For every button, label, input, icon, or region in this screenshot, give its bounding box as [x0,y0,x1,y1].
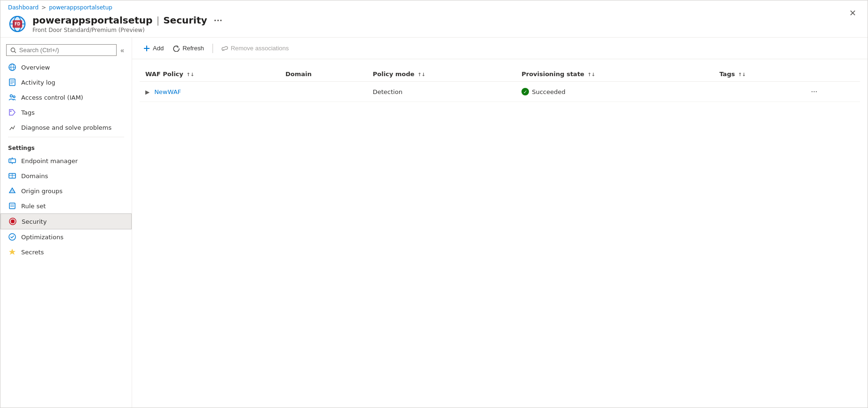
tags-icon [8,108,16,117]
settings-divider [8,137,124,137]
secrets-label: Secrets [21,249,44,256]
svg-text:FD: FD [15,22,20,26]
remove-associations-button[interactable]: Remove associations [218,42,293,54]
row-expand-button[interactable]: ▶ [145,89,150,95]
sidebar-item-endpoint-manager[interactable]: Endpoint manager [0,153,132,168]
access-control-label: Access control (IAM) [21,94,83,101]
search-container: « [0,41,132,60]
table-row: ▶ NewWAF Detection ✓ Succeeded [140,82,860,102]
resource-name: powerappsportalsetup [32,15,152,26]
svg-marker-35 [9,249,16,255]
sidebar-item-diagnose[interactable]: Diagnose and solve problems [0,120,132,135]
provisioning-state-cell: ✓ Succeeded [516,82,714,102]
resource-title: powerappsportalsetup | Security ··· Fron… [32,15,225,33]
refresh-button[interactable]: Refresh [169,42,208,54]
svg-line-7 [15,51,16,53]
domains-icon [8,172,16,180]
resource-subtitle: Front Door Standard/Premium (Preview) [32,27,225,33]
toolbar-separator [213,44,213,53]
security-icon [8,217,17,226]
policy-mode-sort-icon[interactable]: ↑↓ [418,72,426,77]
main-content: Add Refresh Remove associa [132,38,868,408]
access-control-icon [8,93,16,102]
col-header-actions [802,67,860,82]
add-button[interactable]: Add [140,42,167,54]
sidebar-item-activity-log[interactable]: Activity log [0,75,132,90]
provisioning-state-sort-icon[interactable]: ↑↓ [587,72,595,77]
search-input[interactable] [19,47,112,54]
sidebar-item-origin-groups[interactable]: Origin groups [0,183,132,198]
breadcrumb: Dashboard > powerappsportalsetup [0,0,868,13]
sidebar-item-access-control[interactable]: Access control (IAM) [0,90,132,105]
search-icon [10,47,16,54]
col-header-policy-mode: Policy mode ↑↓ [367,67,516,82]
sidebar-item-domains[interactable]: Domains [0,168,132,183]
optimizations-icon [8,233,16,241]
overview-label: Overview [21,64,50,71]
tags-sort-icon[interactable]: ↑↓ [738,72,746,77]
svg-point-15 [10,95,13,97]
sidebar-item-secrets[interactable]: Secrets [0,244,132,259]
svg-point-6 [11,47,15,51]
waf-table: WAF Policy ↑↓ Domain Policy mode ↑↓ [140,67,860,102]
secrets-icon [8,248,16,256]
domains-label: Domains [21,173,48,180]
col-header-tags: Tags ↑↓ [714,67,802,82]
svg-rect-33 [11,220,14,223]
success-badge: ✓ Succeeded [521,88,708,95]
svg-point-17 [10,110,12,112]
col-header-domain: Domain [280,67,367,82]
search-box [6,44,117,56]
activity-log-label: Activity log [21,79,55,86]
breadcrumb-dashboard[interactable]: Dashboard [8,4,39,11]
title-separator: | [156,15,159,26]
activity-log-icon [8,78,16,86]
settings-section-header: Settings [0,139,132,153]
more-options-icon[interactable]: ··· [211,15,225,26]
svg-rect-19 [9,159,16,163]
sidebar-item-overview[interactable]: Overview [0,60,132,75]
close-button[interactable]: ✕ [845,6,860,20]
sidebar-item-tags[interactable]: Tags [0,105,132,120]
waf-policy-link[interactable]: NewWAF [154,88,181,95]
header-area: FD powerappsportalsetup | Security ··· F… [0,13,868,37]
row-more-button[interactable]: ··· [807,86,821,97]
body-layout: « Overview [0,37,868,408]
tags-label: Tags [21,109,35,116]
col-header-waf-policy: WAF Policy ↑↓ [140,67,280,82]
waf-policy-sort-icon[interactable]: ↑↓ [186,72,194,77]
svg-point-16 [13,96,15,98]
tags-cell [714,82,802,102]
svg-rect-28 [9,203,15,209]
origin-groups-icon [8,187,16,195]
waf-policy-cell: ▶ NewWAF [140,82,280,102]
col-header-provisioning-state: Provisioning state ↑↓ [516,67,714,82]
sidebar-item-security[interactable]: Security [0,213,132,229]
domain-cell [280,82,367,102]
policy-mode-cell: Detection [367,82,516,102]
rule-set-label: Rule set [21,203,46,210]
breadcrumb-separator: > [41,4,46,11]
sidebar-item-optimizations[interactable]: Optimizations [0,229,132,244]
security-label: Security [22,218,47,225]
refresh-icon [173,45,180,52]
diagnose-icon [8,123,16,132]
row-actions-cell: ··· [802,82,860,102]
table-container: WAF Policy ↑↓ Domain Policy mode ↑↓ [132,59,868,110]
svg-point-18 [11,127,12,128]
diagnose-label: Diagnose and solve problems [21,124,111,131]
sidebar-item-rule-set[interactable]: Rule set [0,198,132,213]
add-icon [143,45,150,52]
sidebar: « Overview [0,38,132,408]
breadcrumb-resource[interactable]: powerappsportalsetup [49,4,112,11]
toolbar: Add Refresh Remove associa [132,38,868,59]
overview-icon [8,63,16,71]
collapse-button[interactable]: « [118,45,126,56]
provisioning-state-value: Succeeded [532,88,565,95]
main-container: Dashboard > powerappsportalsetup FD powe… [0,0,868,408]
optimizations-label: Optimizations [21,234,63,241]
link-icon [221,45,228,52]
origin-groups-label: Origin groups [21,188,63,195]
resource-icon: FD [8,15,27,33]
endpoint-manager-label: Endpoint manager [21,157,78,165]
